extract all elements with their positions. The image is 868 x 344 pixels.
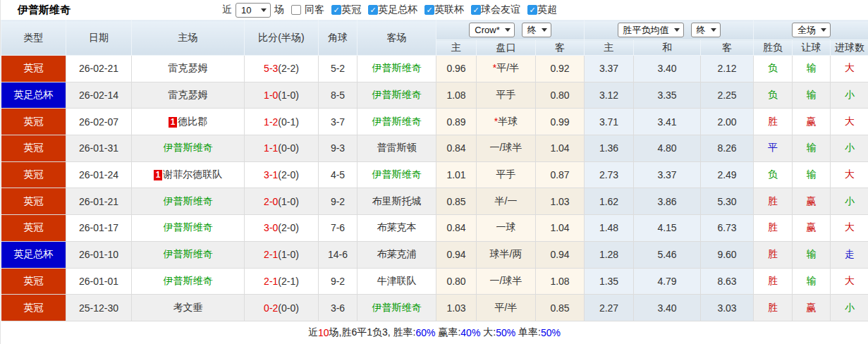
avg-lose-odds: 8.26 <box>701 135 754 162</box>
home-odds: 1.03 <box>436 295 477 321</box>
away-odds: 1.08 <box>536 268 585 295</box>
league-badge: 英足总杯 <box>1 82 66 109</box>
chevron-down-icon <box>711 28 716 32</box>
col-header-avg-draw: 和 <box>634 40 701 56</box>
match-date: 26-02-14 <box>66 82 132 109</box>
league-checkbox-label[interactable]: 英冠 <box>341 4 361 16</box>
away-team: 普雷斯顿 <box>357 135 436 162</box>
full-time-score: 3-1 <box>264 169 278 180</box>
unit-label: 场 <box>274 4 284 16</box>
league-badge: 英冠 <box>1 215 66 242</box>
league-checkbox-label[interactable]: 英超 <box>537 4 557 16</box>
avg-win-odds: 1.28 <box>585 241 634 268</box>
half-time-score: (0-0) <box>278 302 299 314</box>
away-team-name: 布莱克浦 <box>377 248 417 259</box>
avg-select[interactable]: 胜平负均值 <box>618 23 684 37</box>
home-odds: 0.85 <box>436 188 477 215</box>
col-header-away: 客场 <box>357 20 436 56</box>
avg-draw-odds: 4.79 <box>634 268 701 295</box>
avg-draw-odds: 3.41 <box>634 109 701 135</box>
red-card-badge: 1 <box>169 117 178 128</box>
away-team: 伊普斯维奇 <box>357 109 436 135</box>
half-time-score: (1-0) <box>278 249 299 260</box>
full-time-score: 1-1 <box>264 142 278 154</box>
league-checkbox-label[interactable]: 英联杯 <box>434 4 464 16</box>
avg-draw-odds: 3.40 <box>634 295 701 321</box>
handicap-text: 一/球半 <box>490 142 522 153</box>
summary-part: 场,胜6平1负3, 胜率: <box>329 326 416 339</box>
away-odds: 1.04 <box>536 215 585 242</box>
away-team: 伊普斯维奇 <box>357 56 436 82</box>
home-team-name: 伊普斯维奇 <box>164 221 213 233</box>
league-checkbox[interactable]: ✓ <box>424 5 434 15</box>
scope-group-header: 全场 <box>754 20 868 40</box>
home-team-name: 伊普斯维奇 <box>164 275 213 286</box>
chevron-down-icon <box>674 28 680 32</box>
score-cell: 2-1(2-1) <box>245 268 319 295</box>
same-opponent-checkbox[interactable] <box>291 5 301 15</box>
bookmaker-state-select[interactable]: 终 <box>522 23 551 37</box>
away-odds: 0.87 <box>536 161 585 188</box>
avg-win-odds: 2.27 <box>585 295 634 321</box>
avg-state-select[interactable]: 终 <box>691 23 721 37</box>
match-result: 胜 <box>754 109 793 135</box>
match-date: 26-01-10 <box>66 241 132 268</box>
match-date: 26-02-07 <box>66 109 132 135</box>
match-date: 26-01-31 <box>66 135 132 162</box>
corners-cell: 9-2 <box>319 268 357 295</box>
corners-cell: 9-2 <box>319 188 357 215</box>
goals-result: 大 <box>831 268 868 295</box>
league-badge: 英冠 <box>1 161 66 188</box>
bookmaker-select[interactable]: Crow* <box>469 23 514 37</box>
score-cell: 1-0(1-0) <box>245 82 319 109</box>
handicap-result: 输 <box>793 56 831 82</box>
handicap-text: 平/半 <box>495 302 518 313</box>
home-team: 伊普斯维奇 <box>132 215 245 242</box>
team-title: 伊普斯维奇 <box>18 4 71 17</box>
handicap-text: 一/球半 <box>490 275 522 286</box>
away-team-name: 伊普斯维奇 <box>372 302 422 313</box>
red-card-badge: 1 <box>154 170 163 180</box>
full-time-score: 3-0 <box>264 222 278 233</box>
full-time-score: 2-1 <box>264 276 278 287</box>
filter-controls: 近 10 场 同客 ✓英冠✓英足总杯✓英联杯✓球会友谊✓英超 <box>222 3 557 18</box>
table-row: 英冠26-02-071德比郡1-2(0-1)3-7伊普斯维奇0.89*半球0.9… <box>1 109 868 135</box>
home-team-name: 伊普斯维奇 <box>164 248 213 259</box>
home-team: 考文垂 <box>132 295 245 321</box>
home-odds: 0.80 <box>436 268 477 295</box>
league-checkbox-label[interactable]: 球会友谊 <box>481 4 520 16</box>
match-result: 胜 <box>754 268 793 295</box>
avg-draw-odds: 5.46 <box>634 241 701 268</box>
half-time-score: (2-1) <box>278 276 299 287</box>
league-checkbox-label[interactable]: 英足总杯 <box>378 4 417 16</box>
summary-part: 50% <box>496 327 515 338</box>
handicap-line: 半/一 <box>477 188 536 215</box>
home-team: 伊普斯维奇 <box>132 135 245 162</box>
goals-result: 小 <box>831 82 868 109</box>
scope-select[interactable]: 全场 <box>792 23 831 37</box>
handicap-text: 平/半 <box>496 62 519 73</box>
league-checkbox[interactable]: ✓ <box>368 5 378 15</box>
same-opponent-label[interactable]: 同客 <box>305 4 324 16</box>
handicap-result: 赢 <box>793 109 831 135</box>
match-result: 胜 <box>754 188 793 215</box>
summary-part: 近 <box>308 326 318 339</box>
league-checkbox[interactable]: ✓ <box>471 5 481 15</box>
score-cell: 3-1(2-0) <box>245 161 319 188</box>
handicap-text: 球半/两 <box>490 248 522 259</box>
recent-count-select[interactable]: 10 <box>236 3 271 18</box>
match-result: 负 <box>754 82 793 109</box>
corners-cell: 8-5 <box>319 82 357 109</box>
league-checkbox[interactable]: ✓ <box>527 5 537 15</box>
league-checkbox[interactable]: ✓ <box>331 5 341 15</box>
summary-part: 赢率: <box>436 326 461 339</box>
handicap-result: 输 <box>793 161 831 188</box>
recent-label: 近 <box>222 4 232 16</box>
league-badge: 英冠 <box>1 295 66 321</box>
away-team: 伊普斯维奇 <box>357 161 436 188</box>
col-header-date: 日期 <box>66 20 132 56</box>
handicap-result: 输 <box>793 241 831 268</box>
avg-win-odds: 3.37 <box>585 56 634 82</box>
score-cell: 3-0(2-0) <box>245 215 319 242</box>
home-odds: 0.84 <box>436 135 477 162</box>
